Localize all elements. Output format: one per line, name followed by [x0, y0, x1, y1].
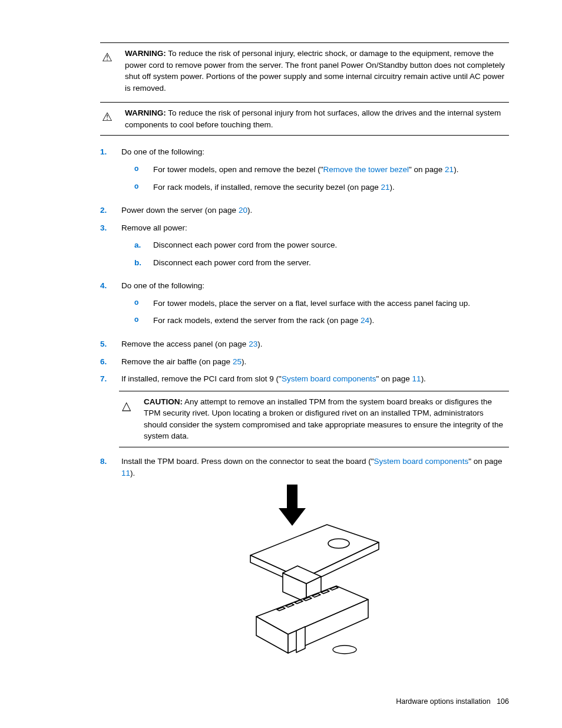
page-link[interactable]: 24 [361, 316, 369, 325]
warning-text: WARNING: To reduce the risk of personal … [125, 48, 509, 94]
document-page: ⚠ WARNING: To reduce the risk of persona… [0, 0, 562, 728]
procedure-steps-cont: 8. Install the TPM board. Press down on … [100, 456, 509, 665]
content-body: ⚠ WARNING: To reduce the risk of persona… [100, 42, 509, 665]
step-body: Remove the air baffle (on page 25). [121, 356, 509, 368]
step-number: 5. [100, 338, 115, 350]
sub-steps: o For tower models, open and remove the … [121, 164, 509, 193]
step-number: 2. [100, 205, 115, 216]
svg-marker-1 [279, 508, 306, 526]
sub-steps: o For tower models, place the server on … [121, 298, 509, 327]
step-2: 2. Power down the server (on page 20). [100, 205, 509, 216]
caution-alert: △ CAUTION: Any attempt to remove an inst… [119, 391, 509, 447]
caution-text: CAUTION: Any attempt to remove an instal… [144, 396, 509, 442]
warning-alert-2: ⚠ WARNING: To reduce the risk of persona… [100, 102, 509, 136]
svg-marker-12 [296, 627, 305, 653]
step-number: 4. [100, 280, 115, 292]
page-footer: Hardware options installation 106 [396, 696, 509, 707]
sub-step: b. Disconnect each power cord from the s… [134, 257, 509, 269]
warning-icon: ⚠ [100, 107, 114, 126]
page-link[interactable]: 25 [233, 357, 242, 366]
warning-body: To reduce the risk of personal injury, e… [125, 49, 505, 93]
sub-step: a. Disconnect each power cord from the p… [134, 239, 509, 251]
bullet-icon: o [134, 298, 147, 308]
sub-step-body: For tower models, place the server on a … [153, 298, 509, 309]
step-text: Do one of the following: [121, 281, 204, 290]
bullet-icon: o [134, 315, 147, 325]
sub-letter: a. [134, 239, 147, 251]
tpm-board-install-diagram [227, 485, 404, 661]
sub-step-body: Disconnect each power cord from the powe… [153, 239, 509, 251]
link-system-board-components[interactable]: System board components [282, 374, 376, 383]
caution-icon: △ [119, 396, 133, 442]
page-link[interactable]: 11 [412, 374, 421, 383]
footer-section: Hardware options installation [396, 697, 491, 706]
step-number: 7. [100, 373, 115, 385]
sub-step: o For tower models, open and remove the … [134, 164, 509, 176]
page-link[interactable]: 21 [381, 183, 389, 192]
step-number: 1. [100, 146, 115, 158]
tpm-install-figure [121, 485, 509, 665]
sub-step: o For tower models, place the server on … [134, 298, 509, 309]
warning-icon: ⚠ [100, 48, 114, 66]
sub-step-body: For tower models, open and remove the be… [153, 164, 509, 176]
step-body: If installed, remove the PCI card from s… [121, 373, 509, 385]
step-text: Remove all power: [121, 223, 187, 232]
step-number: 8. [100, 456, 115, 467]
link-remove-tower-bezel[interactable]: Remove the tower bezel [323, 165, 409, 174]
procedure-steps: 1. Do one of the following: o For tower … [100, 146, 509, 384]
step-6: 6. Remove the air baffle (on page 25). [100, 356, 509, 368]
step-body: Install the TPM board. Press down on the… [121, 456, 509, 665]
step-text: Do one of the following: [121, 147, 204, 156]
svg-point-5 [328, 539, 349, 548]
caution-body: Any attempt to remove an installed TPM f… [144, 397, 503, 441]
step-7: 7. If installed, remove the PCI card fro… [100, 373, 509, 385]
step-8: 8. Install the TPM board. Press down on … [100, 456, 509, 665]
step-4: 4. Do one of the following: o For tower … [100, 280, 509, 332]
svg-point-20 [333, 645, 356, 654]
step-5: 5. Remove the access panel (on page 23). [100, 338, 509, 350]
warning-body: To reduce the risk of personal injury fr… [125, 108, 501, 129]
caution-label: CAUTION: [144, 397, 183, 406]
sub-steps: a. Disconnect each power cord from the p… [121, 239, 509, 268]
step-number: 6. [100, 356, 115, 368]
link-system-board-components[interactable]: System board components [374, 457, 469, 466]
warning-alert-1: ⚠ WARNING: To reduce the risk of persona… [100, 42, 509, 98]
step-body: Power down the server (on page 20). [121, 205, 509, 216]
bullet-icon: o [134, 164, 147, 174]
sub-step-body: For rack models, extend the server from … [153, 315, 509, 327]
warning-text: WARNING: To reduce the risk of personal … [125, 107, 509, 130]
bullet-icon: o [134, 182, 147, 192]
page-link[interactable]: 23 [249, 340, 257, 348]
page-link[interactable]: 21 [445, 165, 454, 174]
step-1: 1. Do one of the following: o For tower … [100, 146, 509, 199]
step-number: 3. [100, 222, 115, 234]
sub-step-body: For rack models, if installed, remove th… [153, 182, 509, 193]
page-link[interactable]: 20 [239, 206, 247, 215]
warning-label: WARNING: [125, 108, 166, 117]
page-link[interactable]: 11 [121, 469, 130, 477]
sub-step: o For rack models, extend the server fro… [134, 315, 509, 327]
svg-rect-0 [287, 485, 297, 510]
step-3: 3. Remove all power: a. Disconnect each … [100, 222, 509, 275]
step-body: Remove the access panel (on page 23). [121, 338, 509, 350]
sub-letter: b. [134, 257, 147, 269]
sub-step-body: Disconnect each power cord from the serv… [153, 257, 509, 269]
sub-step: o For rack models, if installed, remove … [134, 182, 509, 193]
warning-label: WARNING: [125, 49, 166, 58]
footer-page-number: 106 [497, 697, 509, 706]
